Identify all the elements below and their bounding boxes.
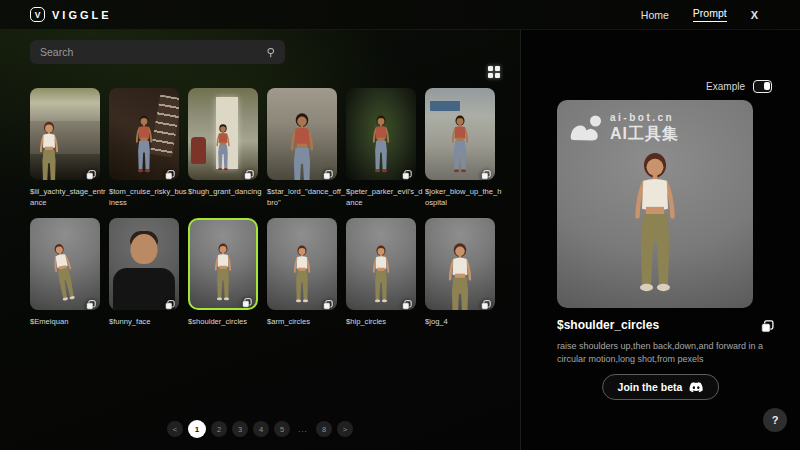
search-icon[interactable]: ⚲ [267,46,275,59]
list-item: $joker_blow_up_the_hospital [425,88,495,208]
nav-prompt[interactable]: Prompt [693,7,727,22]
discord-icon [689,382,703,393]
copy-icon[interactable] [165,296,175,306]
thumbnail-joker[interactable] [425,88,495,180]
nav-links: Home Prompt X [641,7,758,22]
grid-view-icon[interactable] [488,66,501,79]
thumbnail-shoulder-circles-selected[interactable] [188,218,258,310]
pagination: < 1 2 3 4 5 ... 8 > [0,420,520,438]
watermark-line1: ai-bot.cn [610,112,679,123]
brand-name: VIGGLE [52,9,112,21]
help-button[interactable]: ? [763,408,787,432]
thumbnail-label: $funny_face [109,316,188,327]
person-figure [438,241,482,310]
page-prev-button[interactable]: < [167,421,183,437]
join-beta-button[interactable]: Join the beta [602,374,720,400]
thumbnail-label: $peter_parker_evil's_dance [346,186,425,208]
copy-icon[interactable] [86,296,96,306]
copy-icon[interactable] [165,166,175,176]
person-figure [444,114,476,175]
thumbnail-label: $Emeiquan [30,316,109,327]
copy-icon[interactable] [761,319,774,332]
person-figure [207,242,239,303]
thumbnail-label: $jog_4 [425,316,504,327]
list-item: $peter_parker_evil's_dance [346,88,416,208]
copy-icon[interactable] [86,166,96,176]
example-toggle-row: Example [706,80,772,93]
list-item: $jog_4 [425,218,495,327]
search-bar[interactable]: ⚲ [30,40,285,64]
sign-scene [430,101,460,111]
page-4-button[interactable]: 4 [253,421,269,437]
example-toggle[interactable] [753,80,772,93]
thumbnail-star-lord[interactable] [267,88,337,180]
person-figure [42,239,85,305]
viggle-logo[interactable]: V VIGGLE [30,7,112,22]
search-input[interactable] [40,46,261,58]
top-navbar: V VIGGLE Home Prompt X [0,0,800,30]
thumbnail-hip-circles[interactable] [346,218,416,310]
detail-title-row: $shoulder_circles [557,318,774,332]
watermark: ai-bot.cn AI工具集 [570,112,679,145]
list-item: $star_lord_"dance_off_bro" [267,88,337,208]
page-1-button[interactable]: 1 [188,420,206,438]
thumbnail-label: $star_lord_"dance_off_bro" [267,186,346,208]
nav-x-twitter[interactable]: X [751,9,758,21]
copy-icon[interactable] [481,296,491,306]
copy-icon[interactable] [244,166,254,176]
thumbnail-hugh-grant[interactable] [188,88,258,180]
person-figure [286,244,318,305]
page-2-button[interactable]: 2 [211,421,227,437]
list-item: $lil_yachty_stage_entrance [30,88,100,208]
thumbnail-funny-face[interactable] [109,218,179,310]
thumbnail-label: $shoulder_circles [188,316,267,327]
page-next-button[interactable]: > [337,421,353,437]
page-5-button[interactable]: 5 [274,421,290,437]
list-item: $Emeiquan [30,218,100,327]
thumbnail-label: $hip_circles [346,316,425,327]
watermark-text: ai-bot.cn AI工具集 [610,112,679,145]
detail-description: raise shoulders up,then back,down,and fo… [557,340,775,366]
gallery-panel: ⚲ $lil_yachty_stage_entrance $tom_cruise… [0,30,520,450]
copy-icon[interactable] [323,296,333,306]
list-item: $hugh_grant_dancing [188,88,258,208]
toggle-knob [764,82,771,90]
list-item: $tom_cruise_risky_business [109,88,179,208]
join-beta-label: Join the beta [618,381,683,393]
thumbnail-label: $hugh_grant_dancing [188,186,267,197]
thumbnail-label: $lil_yachty_stage_entrance [30,186,109,208]
copy-icon[interactable] [481,166,491,176]
thumbnail-emeiquan[interactable] [30,218,100,310]
person-figure [365,114,397,175]
list-item: $hip_circles [346,218,416,327]
page-ellipsis: ... [295,421,311,437]
page-3-button[interactable]: 3 [232,421,248,437]
copy-icon[interactable] [402,296,412,306]
person-figure [128,114,160,175]
chair-scene [191,137,206,164]
ai-bot-logo-icon [570,115,602,143]
person-face [131,234,158,264]
thumbnail-jog-4[interactable] [425,218,495,310]
copy-icon[interactable] [323,166,333,176]
list-item: $funny_face [109,218,179,327]
copy-icon[interactable] [242,294,252,304]
copy-icon[interactable] [402,166,412,176]
page-8-button[interactable]: 8 [316,421,332,437]
person-figure [365,244,397,305]
detail-title: $shoulder_circles [557,318,659,332]
gallery-row-1: $lil_yachty_stage_entrance $tom_cruise_r… [30,88,495,208]
example-preview[interactable]: ai-bot.cn AI工具集 [557,100,753,308]
thumbnail-arm-circles[interactable] [267,218,337,310]
detail-panel: Example ai-bot.cn AI工具集 $shoulder_circle… [520,30,800,450]
viggle-logo-icon: V [30,7,45,22]
thumbnail-label: $tom_cruise_risky_business [109,186,188,208]
thumbnail-tom-cruise[interactable] [109,88,179,180]
thumbnail-lil-yachty[interactable] [30,88,100,180]
person-figure [210,123,236,173]
gallery-row-2: $Emeiquan $funny_face $shoulder_circles [30,218,495,327]
thumbnail-label: $joker_blow_up_the_hospital [425,186,504,208]
nav-home[interactable]: Home [641,9,669,21]
watermark-line2: AI工具集 [610,124,679,145]
thumbnail-peter-parker[interactable] [346,88,416,180]
